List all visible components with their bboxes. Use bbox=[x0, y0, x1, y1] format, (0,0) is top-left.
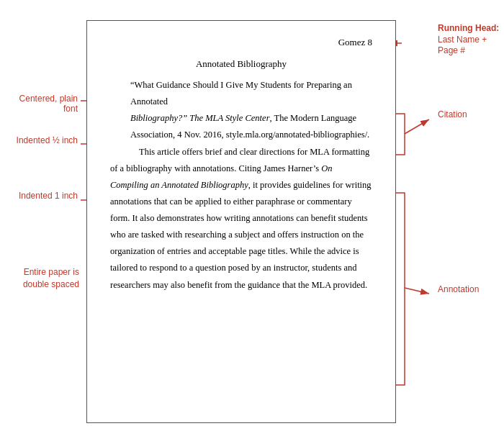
page-wrapper: Gomez 8 Annotated Bibliography “What Gui… bbox=[0, 0, 504, 444]
document-box: Gomez 8 Annotated Bibliography “What Gui… bbox=[86, 20, 396, 423]
citation-block: “What Guidance Should I Give My Students… bbox=[110, 77, 372, 144]
running-head-sub: Last Name + Page # bbox=[438, 35, 487, 56]
running-head-text: Gomez 8 bbox=[338, 37, 372, 48]
citation-text-1: “What Guidance Should I Give My Students… bbox=[130, 80, 352, 107]
svg-line-7 bbox=[405, 288, 429, 294]
citation-line1: “What Guidance Should I Give My Students… bbox=[110, 77, 372, 110]
label-annotation: Annotation bbox=[438, 284, 503, 294]
svg-line-6 bbox=[405, 119, 429, 134]
citation-italic: Bibliography?” The MLA Style Center bbox=[130, 113, 270, 123]
annotation-text-prefix: This article offers brief and clear dire… bbox=[110, 147, 372, 290]
label-indented-half: Indented ½ inch bbox=[6, 135, 78, 145]
label-indented-1: Indented 1 inch bbox=[6, 191, 78, 201]
citation-line2: Bibliography?” The MLA Style Center, The… bbox=[110, 110, 372, 127]
label-double-spaced: Entire paper is double spaced bbox=[0, 266, 79, 291]
running-head-title: Running Head: bbox=[438, 23, 499, 33]
citation-line3: Association, 4 Nov. 2016, style.mla.org/… bbox=[110, 127, 372, 143]
running-head-line: Gomez 8 bbox=[110, 37, 372, 48]
label-centered: Centered, plain font bbox=[6, 94, 78, 114]
citation-rest: , The Modern Language bbox=[270, 113, 357, 123]
label-citation: Citation bbox=[438, 109, 503, 119]
document-title: Annotated Bibliography bbox=[110, 58, 372, 70]
label-running-head: Running Head: Last Name + Page # bbox=[438, 23, 503, 57]
annotation-block: This article offers brief and clear dire… bbox=[110, 144, 372, 294]
